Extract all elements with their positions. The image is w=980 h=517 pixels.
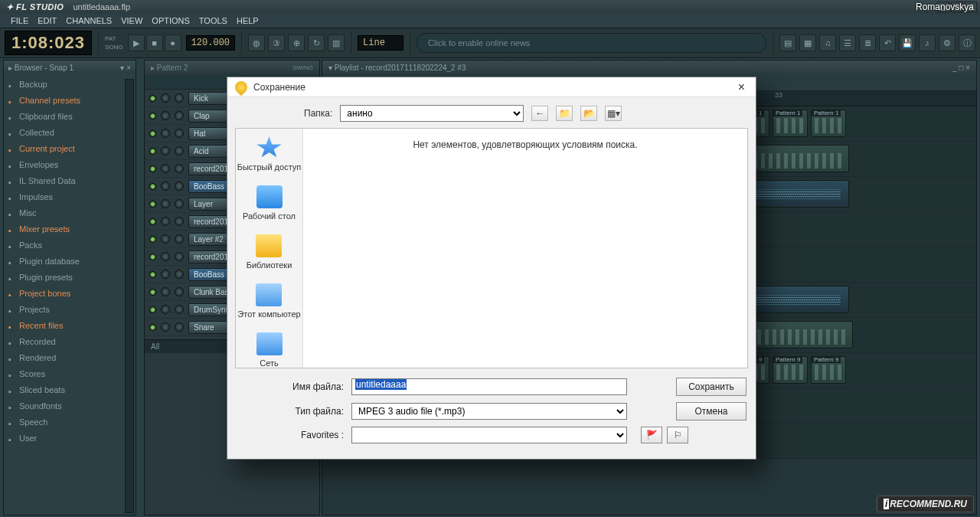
channel-pan-knob[interactable] xyxy=(161,199,170,208)
view-pianoroll-button[interactable]: ♫ xyxy=(819,34,836,51)
channel-pan-knob[interactable] xyxy=(161,234,170,244)
channel-vol-knob[interactable] xyxy=(175,270,184,279)
channel-vol-knob[interactable] xyxy=(175,287,184,296)
browser-item[interactable]: ▪Current project xyxy=(4,140,136,156)
dialog-close-button[interactable]: × xyxy=(735,80,748,94)
browser-scrollbar[interactable] xyxy=(125,79,134,513)
channel-pan-knob[interactable] xyxy=(161,287,170,296)
hint-bar[interactable]: Click to enable online news xyxy=(416,33,766,53)
view-playlist-button[interactable]: ▤ xyxy=(779,34,796,51)
playlist-close-icon[interactable]: × xyxy=(963,64,970,72)
channel-pan-knob[interactable] xyxy=(161,252,170,261)
overdub-button[interactable]: ⊕ xyxy=(288,34,305,51)
channel-vol-knob[interactable] xyxy=(175,146,184,155)
channel-mute-led[interactable] xyxy=(149,183,156,190)
file-list-area[interactable]: Нет элементов, удовлетворяющих условиям … xyxy=(303,129,747,368)
channel-vol-knob[interactable] xyxy=(175,111,184,120)
channel-mute-led[interactable] xyxy=(149,306,156,313)
settings-button[interactable]: ⚙ xyxy=(939,34,956,51)
channel-vol-knob[interactable] xyxy=(175,305,184,314)
playlist-maximize-icon[interactable]: □ xyxy=(957,64,964,72)
browser-item[interactable]: ▪Scores xyxy=(4,365,136,381)
channel-mute-led[interactable] xyxy=(149,113,156,119)
browser-item[interactable]: ▪Collected xyxy=(4,124,136,140)
menu-options[interactable]: OPTIONS xyxy=(152,16,190,25)
play-button[interactable]: ▶ xyxy=(128,34,145,51)
channel-mute-led[interactable] xyxy=(149,324,156,331)
channel-pan-knob[interactable] xyxy=(161,129,170,138)
folder-select[interactable]: анино xyxy=(340,105,524,122)
menu-view[interactable]: VIEW xyxy=(121,16,142,25)
stop-button[interactable]: ■ xyxy=(146,34,163,51)
place-item[interactable]: Рабочий стол xyxy=(243,185,296,221)
channel-mute-led[interactable] xyxy=(149,254,156,260)
browser-item[interactable]: ▪IL Shared Data xyxy=(4,172,136,188)
channel-mute-led[interactable] xyxy=(149,201,156,208)
pattern-mode-label[interactable]: PAT xyxy=(105,35,123,42)
countdown-button[interactable]: ③ xyxy=(268,34,285,51)
view-stepsequencer-button[interactable]: ▦ xyxy=(799,34,816,51)
place-item[interactable]: Сеть xyxy=(256,332,283,368)
channel-vol-knob[interactable] xyxy=(175,129,184,138)
filetype-select[interactable]: MPEG 3 audio file (*.mp3) xyxy=(351,403,627,420)
channels-menu-icon[interactable]: ▸ xyxy=(151,64,155,72)
browser-item[interactable]: ▪Backup xyxy=(4,76,136,92)
browser-close-icon[interactable]: × xyxy=(124,64,131,72)
undo-button[interactable]: ↶ xyxy=(879,34,896,51)
channel-vol-knob[interactable] xyxy=(175,182,184,191)
channel-pan-knob[interactable] xyxy=(161,305,170,314)
place-item[interactable]: Библиотеки xyxy=(247,234,292,270)
browser-item[interactable]: ▪Channel presets xyxy=(4,92,136,108)
channel-mute-led[interactable] xyxy=(149,148,156,155)
place-item[interactable]: Быстрый доступ xyxy=(237,136,302,172)
dialog-save-button[interactable]: Сохранить xyxy=(676,378,746,396)
time-display[interactable]: 1:08:023 xyxy=(5,31,92,55)
channel-pan-knob[interactable] xyxy=(161,270,170,279)
render-button[interactable]: ♪ xyxy=(919,34,936,51)
channel-mute-led[interactable] xyxy=(149,236,156,243)
menu-help[interactable]: HELP xyxy=(237,16,259,25)
browser-item[interactable]: ▪Mixer presets xyxy=(4,221,136,237)
browser-item[interactable]: ▪Project bones xyxy=(4,285,136,301)
nav-up-button[interactable]: 📁 xyxy=(556,106,573,121)
dialog-cancel-button[interactable]: Отмена xyxy=(676,402,746,420)
nav-back-button[interactable]: ← xyxy=(531,106,548,121)
browser-item[interactable]: ▪Plugin database xyxy=(4,253,136,269)
song-mode-label[interactable]: SONG xyxy=(105,44,123,51)
channel-mute-led[interactable] xyxy=(149,271,156,278)
favorites-select[interactable] xyxy=(351,427,627,443)
channel-vol-knob[interactable] xyxy=(175,217,184,226)
channels-pattern-name[interactable]: Pattern 2 xyxy=(157,64,188,72)
menu-tools[interactable]: TOOLS xyxy=(199,16,227,25)
favorite-add-button[interactable]: 🚩 xyxy=(641,427,662,443)
browser-item[interactable]: ▪Projects xyxy=(4,301,136,317)
channel-pan-knob[interactable] xyxy=(161,111,170,120)
playlist-menu-icon[interactable]: ▾ xyxy=(328,64,332,72)
channel-mute-led[interactable] xyxy=(149,218,156,225)
menu-edit[interactable]: EDIT xyxy=(38,16,57,25)
browser-item[interactable]: ▪Rendered xyxy=(4,349,136,365)
record-button[interactable]: ● xyxy=(165,34,181,51)
place-item[interactable]: Этот компьютер xyxy=(237,283,300,319)
browser-item[interactable]: ▪Sliced beats xyxy=(4,381,136,398)
channel-pan-knob[interactable] xyxy=(161,217,170,226)
browser-item[interactable]: ▪Recent files xyxy=(4,317,136,333)
browser-item[interactable]: ▪Speech xyxy=(4,414,136,430)
menu-channels[interactable]: CHANNELS xyxy=(66,16,112,25)
browser-collapse-icon[interactable]: ▸ xyxy=(8,64,12,72)
channel-vol-knob[interactable] xyxy=(175,234,184,244)
channel-pan-knob[interactable] xyxy=(161,322,170,332)
channel-pan-knob[interactable] xyxy=(161,93,170,103)
browser-item[interactable]: ▪Envelopes xyxy=(4,156,136,172)
filename-input[interactable]: untitledaaaa xyxy=(351,378,627,395)
favorite-remove-button[interactable]: ⚐ xyxy=(667,427,688,443)
tempo-display[interactable]: 120.000 xyxy=(186,35,235,51)
browser-item[interactable]: ▪Packs xyxy=(4,237,136,253)
metronome-button[interactable]: ◍ xyxy=(248,34,265,51)
view-browser-button[interactable]: ☰ xyxy=(839,34,856,51)
channel-pan-knob[interactable] xyxy=(161,182,170,191)
channel-vol-knob[interactable] xyxy=(175,93,184,103)
menu-file[interactable]: FILE xyxy=(11,16,28,25)
channel-mute-led[interactable] xyxy=(149,289,156,296)
channel-vol-knob[interactable] xyxy=(175,199,184,208)
